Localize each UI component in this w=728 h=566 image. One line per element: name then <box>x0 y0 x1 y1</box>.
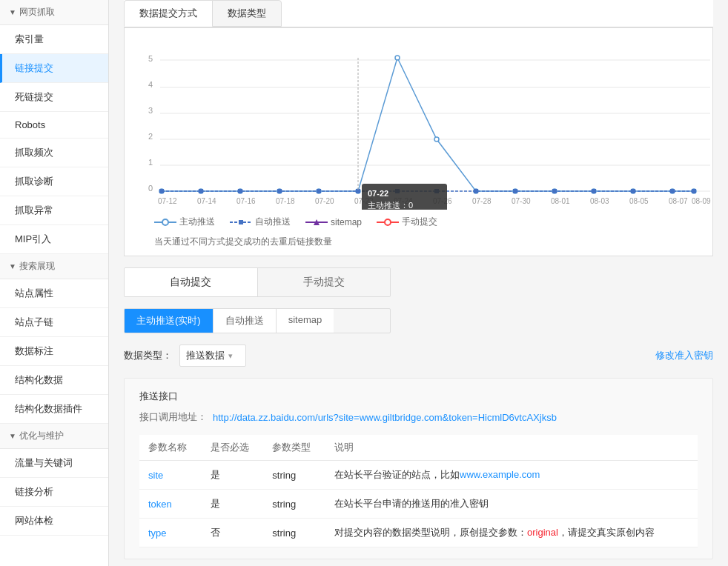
sidebar-item-suoyinliang[interactable]: 索引量 <box>0 25 108 54</box>
api-url-link[interactable]: http://data.zz.baidu.com/urls?site=www.g… <box>213 412 557 423</box>
svg-rect-55 <box>670 189 675 193</box>
interface-title: 推送接口 <box>139 390 698 403</box>
svg-text:3: 3 <box>148 106 153 115</box>
tab-shuju-tijiao-fangshi[interactable]: 数据提交方式 <box>124 0 213 27</box>
api-url-label: 接口调用地址： <box>139 410 207 424</box>
params-header-desc: 说明 <box>325 435 698 461</box>
sub-sub-tab-zidong[interactable]: 自动推送 <box>214 309 277 333</box>
svg-rect-54 <box>631 189 635 193</box>
svg-text:主动推送：0: 主动推送：0 <box>368 201 413 210</box>
sidebar-item-zhandianzilian[interactable]: 站点子链 <box>0 308 108 337</box>
param-desc-cell: 在站长平台验证的站点，比如www.example.com <box>325 461 698 490</box>
param-type-cell: string <box>263 461 325 490</box>
svg-rect-44 <box>238 189 242 193</box>
sidebar-item-zhandianshuxi[interactable]: 站点属性 <box>0 279 108 308</box>
interface-section: 推送接口 接口调用地址： http://data.zz.baidu.com/ur… <box>124 378 713 559</box>
svg-rect-50 <box>474 189 478 193</box>
param-desc-cell: 在站长平台申请的推送用的准入密钥 <box>325 490 698 519</box>
param-required-cell: 是 <box>202 461 264 490</box>
svg-rect-43 <box>199 189 203 193</box>
param-desc-cell: 对提交内容的数据类型说明，原创提交参数：original，请提交真实原创内容 <box>325 519 698 547</box>
sidebar-item-wangzhantijian[interactable]: 网站体检 <box>0 507 108 536</box>
table-row: site是string在站长平台验证的站点，比如www.example.com <box>139 461 698 490</box>
main-content: 数据提交方式 数据类型 0 1 2 3 4 5 07 <box>109 0 728 566</box>
sidebar-item-zhuaqupinci[interactable]: 抓取频次 <box>0 139 108 167</box>
sub-tab-shoudong[interactable]: 手动提交 <box>258 268 391 296</box>
api-url-row: 接口调用地址： http://data.zz.baidu.com/urls?si… <box>139 410 698 424</box>
sidebar-item-shujubiaozhuan[interactable]: 数据标注 <box>0 337 108 366</box>
svg-text:5: 5 <box>148 54 153 63</box>
svg-text:0: 0 <box>148 184 153 193</box>
svg-text:07-20: 07-20 <box>315 197 334 205</box>
params-header-type: 参数类型 <box>263 435 325 461</box>
svg-rect-46 <box>317 189 321 193</box>
sidebar-item-mipyinru[interactable]: MIP引入 <box>0 225 108 254</box>
search-section-arrow: ▼ <box>9 262 16 270</box>
param-type-cell: string <box>263 490 325 519</box>
svg-text:08-05: 08-05 <box>629 197 649 205</box>
sidebar-section-optimize: ▼ 优化与维护 <box>0 424 108 449</box>
form-label-datatype: 数据类型： <box>124 349 172 362</box>
optimize-section-title: 优化与维护 <box>19 430 64 442</box>
search-section-title: 搜索展现 <box>19 260 55 273</box>
svg-point-34 <box>434 137 439 142</box>
form-row: 数据类型： 推送数据 ▾ 修改准入密钥 <box>124 344 713 367</box>
sub-sub-tab-bar: 主动推送(实时) 自动推送 sitemap <box>124 308 391 333</box>
sub-sub-tab-zhudong[interactable]: 主动推送(实时) <box>125 309 214 333</box>
svg-point-65 <box>162 219 168 225</box>
crawl-section-arrow: ▼ <box>9 8 16 16</box>
chart-note: 当天通过不同方式提交成功的去重后链接数量 <box>132 232 705 248</box>
svg-text:4: 4 <box>148 80 153 89</box>
svg-rect-42 <box>159 189 164 193</box>
sub-tab-zidong[interactable]: 自动提交 <box>125 268 258 296</box>
params-table: 参数名称 是否必选 参数类型 说明 site是string在站长平台验证的站点，… <box>139 435 698 547</box>
sidebar-item-zhuaquzhenzhuan[interactable]: 抓取诊断 <box>0 167 108 196</box>
sidebar-item-robots[interactable]: Robots <box>0 112 108 139</box>
param-name-cell: site <box>139 461 202 490</box>
legend-sitemap: sitemap <box>305 217 362 227</box>
param-name-cell: token <box>139 490 202 519</box>
params-header-required: 是否必选 <box>202 435 264 461</box>
legend-zhudontuisong: 主动推送 <box>154 216 215 228</box>
form-select-datatype[interactable]: 推送数据 ▾ <box>179 344 246 367</box>
sidebar-item-zhuaquyichang[interactable]: 抓取异常 <box>0 196 108 225</box>
sidebar-item-liuliangguanjianci[interactable]: 流量与关键词 <box>0 449 108 478</box>
svg-rect-53 <box>592 189 596 193</box>
sidebar-section-crawl: ▼ 网页抓取 <box>0 0 108 25</box>
tab-shuju-leixing[interactable]: 数据类型 <box>212 0 282 27</box>
chart-legend: 主动推送 自动推送 sitemap 手动提交 <box>132 210 705 232</box>
sub-tab-bar: 自动提交 手动提交 <box>124 267 391 297</box>
param-required-cell: 否 <box>202 519 264 547</box>
sidebar-item-silianjietijiao[interactable]: 死链提交 <box>0 83 108 112</box>
chart-svg: 0 1 2 3 4 5 07-12 07-14 07-16 07-18 0 <box>132 39 718 210</box>
svg-point-33 <box>395 56 400 60</box>
sidebar-section-search: ▼ 搜索展现 <box>0 254 108 279</box>
svg-text:2: 2 <box>148 132 153 141</box>
crawl-section-title: 网页抓取 <box>19 6 55 19</box>
header-tab-bar: 数据提交方式 数据类型 <box>124 0 713 27</box>
svg-rect-67 <box>239 220 243 224</box>
svg-text:1: 1 <box>148 158 153 167</box>
sidebar: ▼ 网页抓取 索引量 链接提交 死链提交 Robots 抓取频次 抓取诊断 抓取… <box>0 0 109 566</box>
svg-rect-52 <box>552 189 557 193</box>
sidebar-item-lianjietijiao[interactable]: 链接提交 <box>0 54 108 83</box>
sidebar-item-jiegouhuale[interactable]: 结构化数据 <box>0 366 108 395</box>
param-required-cell: 是 <box>202 490 264 519</box>
table-row: type否string对提交内容的数据类型说明，原创提交参数：original，… <box>139 519 698 547</box>
optimize-section-arrow: ▼ <box>9 432 16 440</box>
table-row: token是string在站长平台申请的推送用的准入密钥 <box>139 490 698 519</box>
svg-text:07-28: 07-28 <box>472 197 492 205</box>
chart-svg-wrap: 0 1 2 3 4 5 07-12 07-14 07-16 07-18 0 <box>132 39 705 210</box>
svg-text:07-14: 07-14 <box>197 197 216 205</box>
svg-rect-56 <box>692 189 696 193</box>
example-url-link[interactable]: www.example.com <box>460 469 540 480</box>
svg-text:08-01: 08-01 <box>551 197 570 205</box>
modify-key-link[interactable]: 修改准入密钥 <box>655 349 713 362</box>
svg-rect-51 <box>513 189 517 193</box>
sidebar-item-lianjifenxi[interactable]: 链接分析 <box>0 478 108 507</box>
sub-sub-tab-sitemap[interactable]: sitemap <box>277 309 334 333</box>
svg-text:07-22: 07-22 <box>368 189 388 198</box>
sidebar-item-jiegouhualechajian[interactable]: 结构化数据插件 <box>0 395 108 424</box>
svg-text:07-30: 07-30 <box>512 197 531 205</box>
svg-rect-45 <box>277 189 282 193</box>
